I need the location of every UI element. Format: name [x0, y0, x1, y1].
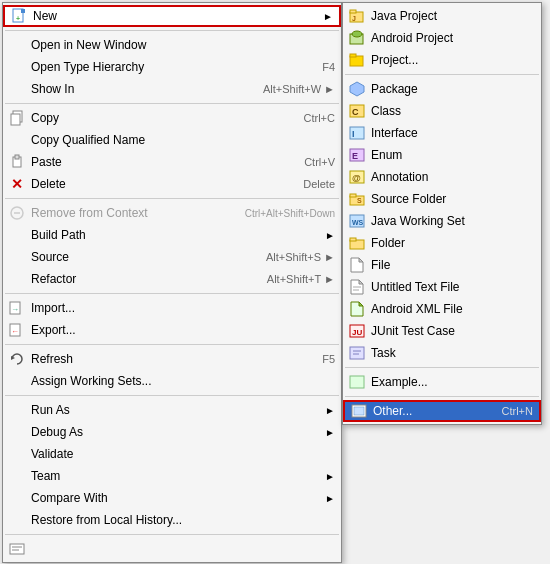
properties-icon [7, 541, 27, 557]
submenu-item-android-xml-file[interactable]: Android XML File [343, 298, 541, 320]
svg-text:S: S [357, 197, 362, 204]
shortcut-other: Ctrl+N [502, 405, 533, 417]
svg-rect-53 [350, 376, 364, 388]
submenu-item-annotation[interactable]: @ Annotation [343, 166, 541, 188]
menu-item-assign-working-sets[interactable]: Assign Working Sets... [3, 370, 341, 392]
source-folder-icon: S [347, 191, 367, 207]
menu-item-paste-label: Paste [31, 155, 284, 169]
submenu-item-source-folder[interactable]: S Source Folder [343, 188, 541, 210]
submenu-java-working-set-label: Java Working Set [371, 214, 535, 228]
menu-item-source[interactable]: Source Alt+Shift+S ► [3, 246, 341, 268]
submenu-item-untitled-text-file[interactable]: Untitled Text File [343, 276, 541, 298]
empty-icon-6 [7, 271, 27, 287]
submenu-arrow: ► [323, 11, 333, 22]
enum-icon: E [347, 147, 367, 163]
submenu-junit-test-case-label: JUnit Test Case [371, 324, 535, 338]
menu-item-run-as[interactable]: Run As ► [3, 399, 341, 421]
menu-item-new[interactable]: + New ► [3, 5, 341, 27]
menu-item-show-in[interactable]: Show In Alt+Shift+W ► [3, 78, 341, 100]
svg-text:E: E [352, 151, 358, 161]
separator-5 [5, 395, 339, 396]
menu-item-import[interactable]: → Import... [3, 297, 341, 319]
menu-item-copy[interactable]: Copy Ctrl+C [3, 107, 341, 129]
submenu-task-label: Task [371, 346, 535, 360]
empty-icon-5 [7, 249, 27, 265]
menu-item-properties[interactable] [3, 538, 341, 560]
project-icon [347, 52, 367, 68]
other-icon [349, 403, 369, 419]
menu-item-copy-qualified-name[interactable]: Copy Qualified Name [3, 129, 341, 151]
java-project-icon: J [347, 8, 367, 24]
submenu-item-interface[interactable]: I Interface [343, 122, 541, 144]
submenu-file-label: File [371, 258, 535, 272]
submenu-item-task[interactable]: Task [343, 342, 541, 364]
empty-icon-0 [7, 37, 27, 53]
menu-item-open-type-hierarchy[interactable]: Open Type Hierarchy F4 [3, 56, 341, 78]
file-icon [347, 257, 367, 273]
svg-marker-43 [359, 280, 363, 284]
svg-text:J: J [352, 15, 356, 22]
menu-item-copy-qualified-name-label: Copy Qualified Name [31, 133, 335, 147]
shortcut-delete: Delete [303, 178, 335, 190]
submenu-item-android-project[interactable]: Android Project [343, 27, 541, 49]
menu-item-paste[interactable]: Paste Ctrl+V [3, 151, 341, 173]
svg-rect-14 [10, 544, 24, 554]
context-menu: + New ► Open in New Window Open Type Hie… [2, 2, 342, 563]
submenu-item-java-project[interactable]: J Java Project [343, 5, 541, 27]
submenu-new: J Java Project Android Project Project..… [342, 2, 542, 425]
svg-marker-47 [359, 302, 363, 306]
submenu-item-file[interactable]: File [343, 254, 541, 276]
submenu-interface-label: Interface [371, 126, 535, 140]
shortcut-refresh: F5 [322, 353, 335, 365]
separator-2 [5, 198, 339, 199]
separator-1 [5, 103, 339, 104]
menu-item-team-label: Team [31, 469, 317, 483]
menu-item-open-new-window[interactable]: Open in New Window [3, 34, 341, 56]
submenu-item-project[interactable]: Project... [343, 49, 541, 71]
remove-icon [7, 205, 27, 221]
compare-with-arrow: ► [325, 493, 335, 504]
menu-item-delete-label: Delete [31, 177, 283, 191]
menu-item-compare-with-label: Compare With [31, 491, 317, 505]
sub-separator-2 [345, 396, 539, 397]
submenu-android-project-label: Android Project [371, 31, 535, 45]
run-as-arrow: ► [325, 405, 335, 416]
submenu-package-label: Package [371, 82, 535, 96]
folder-icon [347, 235, 367, 251]
example-icon [347, 374, 367, 390]
submenu-source-folder-label: Source Folder [371, 192, 535, 206]
team-arrow: ► [325, 471, 335, 482]
shortcut-open-type-hierarchy: F4 [322, 61, 335, 73]
menu-item-team[interactable]: Team ► [3, 465, 341, 487]
submenu-android-xml-file-label: Android XML File [371, 302, 535, 316]
submenu-item-enum[interactable]: E Enum [343, 144, 541, 166]
menu-item-export[interactable]: ← Export... [3, 319, 341, 341]
paste-icon [7, 154, 27, 170]
submenu-item-class[interactable]: C Class [343, 100, 541, 122]
menu-item-compare-with[interactable]: Compare With ► [3, 487, 341, 509]
svg-marker-41 [359, 258, 363, 262]
menu-item-validate[interactable]: Validate [3, 443, 341, 465]
menu-item-refresh[interactable]: Refresh F5 [3, 348, 341, 370]
menu-item-refactor[interactable]: Refactor Alt+Shift+T ► [3, 268, 341, 290]
submenu-item-example[interactable]: Example... [343, 371, 541, 393]
submenu-item-java-working-set[interactable]: WS Java Working Set [343, 210, 541, 232]
submenu-project-label: Project... [371, 53, 535, 67]
menu-item-new-label: New [33, 9, 315, 23]
submenu-annotation-label: Annotation [371, 170, 535, 184]
menu-item-build-path[interactable]: Build Path ► [3, 224, 341, 246]
submenu-item-other[interactable]: Other... Ctrl+N [343, 400, 541, 422]
empty-icon-7 [7, 373, 27, 389]
submenu-item-package[interactable]: Package [343, 78, 541, 100]
submenu-item-junit-test-case[interactable]: JU JUnit Test Case [343, 320, 541, 342]
untitled-icon [347, 279, 367, 295]
menu-item-build-path-label: Build Path [31, 228, 317, 242]
svg-rect-4 [11, 114, 20, 125]
svg-point-21 [352, 31, 362, 37]
submenu-item-folder[interactable]: Folder [343, 232, 541, 254]
menu-item-debug-as[interactable]: Debug As ► [3, 421, 341, 443]
empty-icon-9 [7, 424, 27, 440]
menu-item-delete[interactable]: ✕ Delete Delete [3, 173, 341, 195]
menu-item-restore-from-local-history[interactable]: Restore from Local History... [3, 509, 341, 531]
shortcut-show-in: Alt+Shift+W ► [263, 83, 335, 95]
